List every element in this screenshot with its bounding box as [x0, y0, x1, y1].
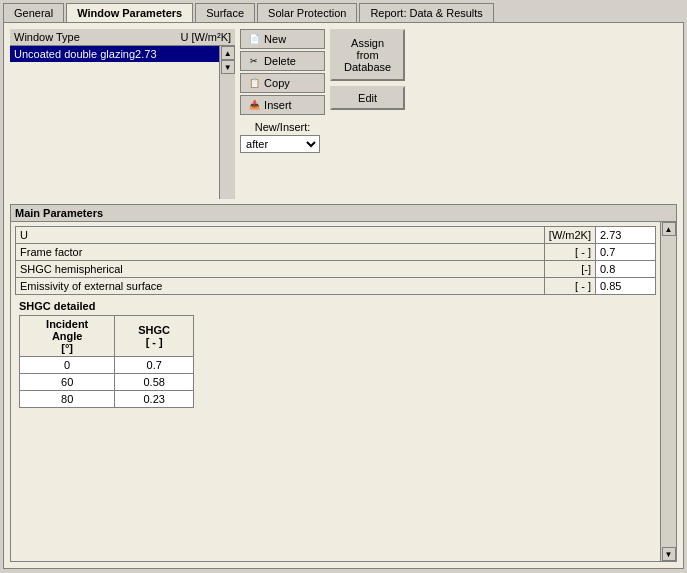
copy-button[interactable]: 📋 Copy [240, 73, 325, 93]
params-scroll-up[interactable]: ▲ [662, 222, 676, 236]
table-row[interactable]: Uncoated double glazing 2.73 [10, 46, 219, 62]
col-u-header: U [W/m²K] [151, 31, 231, 43]
scroll-up-btn[interactable]: ▲ [221, 46, 235, 60]
col-window-type-header: Window Type [14, 31, 151, 43]
tab-solar-protection[interactable]: Solar Protection [257, 3, 357, 22]
delete-button[interactable]: ✂ Delete [240, 51, 325, 71]
tab-report[interactable]: Report: Data & Results [359, 3, 494, 22]
params-table: U [W/m2K] 2.73 Frame factor [ - ] 0.7 SH… [15, 226, 656, 295]
param-value-u: 2.73 [596, 227, 656, 244]
shgc-table: IncidentAngle[°] SHGC[ - ] 0 0.7 60 [19, 315, 194, 408]
top-section: Window Type U [W/m²K] Uncoated double gl… [10, 29, 677, 199]
tab-general[interactable]: General [3, 3, 64, 22]
shgc-angle-0: 0 [20, 357, 115, 374]
param-unit-shgc-hemi: [-] [544, 261, 595, 278]
param-value-frame: 0.7 [596, 244, 656, 261]
param-row-u: U [W/m2K] 2.73 [16, 227, 656, 244]
param-label-frame: Frame factor [16, 244, 545, 261]
param-label-shgc-hemi: SHGC hemispherical [16, 261, 545, 278]
tab-surface[interactable]: Surface [195, 3, 255, 22]
main-content: Window Type U [W/m²K] Uncoated double gl… [3, 22, 684, 569]
params-scroll-down[interactable]: ▼ [662, 547, 676, 561]
table-body-area: Uncoated double glazing 2.73 ▲ ▼ [10, 46, 235, 199]
right-buttons: Assign from Database Edit [330, 29, 410, 199]
copy-icon: 📋 [247, 76, 261, 90]
param-unit-emissivity: [ - ] [544, 278, 595, 295]
assign-from-database-button[interactable]: Assign from Database [330, 29, 405, 81]
shgc-col-shgc: SHGC[ - ] [115, 316, 194, 357]
insert-icon: 📥 [247, 98, 261, 112]
table-header: Window Type U [W/m²K] [10, 29, 235, 46]
shgc-row-0: 0 0.7 [20, 357, 194, 374]
cell-u-value: 2.73 [135, 48, 215, 60]
param-label-emissivity: Emissivity of external surface [16, 278, 545, 295]
shgc-row-80: 80 0.23 [20, 391, 194, 408]
insert-button[interactable]: 📥 Insert [240, 95, 325, 115]
param-unit-frame: [ - ] [544, 244, 595, 261]
shgc-value-0: 0.7 [115, 357, 194, 374]
action-buttons: 📄 New ✂ Delete 📋 Copy 📥 Insert New/Inser… [240, 29, 325, 199]
shgc-label: SHGC detailed [19, 300, 652, 312]
delete-icon: ✂ [247, 54, 261, 68]
tab-bar: General Window Parameters Surface Solar … [0, 0, 687, 22]
main-params-section: Main Parameters U [W/m2K] 2.73 Frame fac… [10, 204, 677, 562]
param-row-shgc-hemi: SHGC hemispherical [-] 0.8 [16, 261, 656, 278]
shgc-angle-60: 60 [20, 374, 115, 391]
shgc-angle-80: 80 [20, 391, 115, 408]
table-rows: Uncoated double glazing 2.73 [10, 46, 219, 199]
new-insert-select[interactable]: after before [240, 135, 320, 153]
param-row-frame: Frame factor [ - ] 0.7 [16, 244, 656, 261]
params-with-scroll: U [W/m2K] 2.73 Frame factor [ - ] 0.7 SH… [11, 222, 676, 561]
cell-window-name: Uncoated double glazing [14, 48, 135, 60]
param-unit-u: [W/m2K] [544, 227, 595, 244]
param-label-u: U [16, 227, 545, 244]
param-value-shgc-hemi: 0.8 [596, 261, 656, 278]
window-table: Window Type U [W/m²K] Uncoated double gl… [10, 29, 235, 199]
main-params-header: Main Parameters [11, 205, 676, 222]
params-scrollbar[interactable]: ▲ ▼ [660, 222, 676, 561]
scroll-down-btn[interactable]: ▼ [221, 60, 235, 74]
new-icon: 📄 [247, 32, 261, 46]
shgc-header-row: IncidentAngle[°] SHGC[ - ] [20, 316, 194, 357]
param-value-emissivity: 0.85 [596, 278, 656, 295]
new-button[interactable]: 📄 New [240, 29, 325, 49]
param-row-emissivity: Emissivity of external surface [ - ] 0.8… [16, 278, 656, 295]
shgc-section: SHGC detailed IncidentAngle[°] SHGC[ - ]… [19, 300, 652, 408]
shgc-value-80: 0.23 [115, 391, 194, 408]
params-inner: U [W/m2K] 2.73 Frame factor [ - ] 0.7 SH… [11, 222, 660, 561]
table-scrollbar[interactable]: ▲ ▼ [219, 46, 235, 199]
edit-button[interactable]: Edit [330, 86, 405, 110]
new-insert-label: New/Insert: [240, 121, 325, 133]
tab-window-parameters[interactable]: Window Parameters [66, 3, 193, 22]
shgc-value-60: 0.58 [115, 374, 194, 391]
shgc-row-60: 60 0.58 [20, 374, 194, 391]
shgc-col-angle: IncidentAngle[°] [20, 316, 115, 357]
